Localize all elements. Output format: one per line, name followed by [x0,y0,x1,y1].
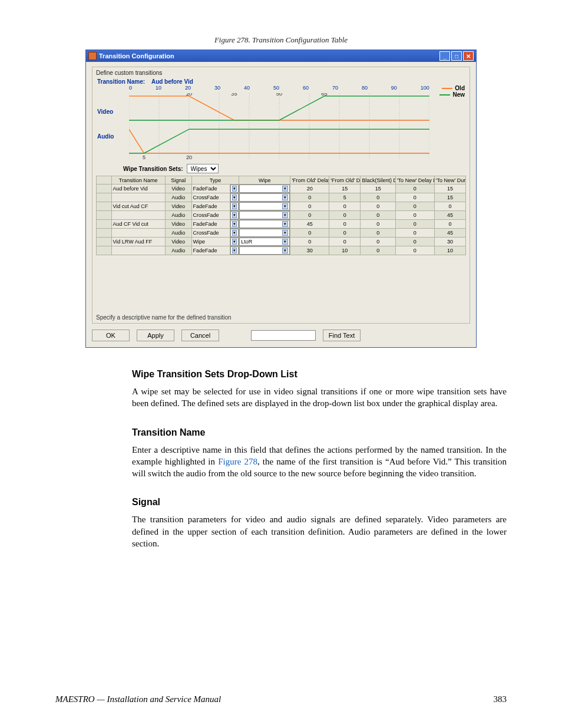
svg-text:50: 50 [276,93,282,97]
find-button[interactable]: Find Text [323,330,361,341]
table-row[interactable]: Vid cut Aud CFVideoFadeFade▾▾00000 [97,202,466,211]
type-dropdown[interactable]: ▾ [230,229,239,237]
cancel-button[interactable]: Cancel [181,330,219,341]
table-row[interactable]: Vid LRW Aud FFVideoWipe▾LtoR▾000030 [97,238,466,246]
wipe-dropdown[interactable]: ▾ [239,246,290,255]
type-dropdown[interactable]: ▾ [230,246,239,255]
footer-title: MAESTRO — Installation and Service Manua… [55,694,221,704]
maximize-icon[interactable]: □ [451,51,462,61]
table-row[interactable]: AudioCrossFade▾▾050015 [97,193,466,202]
type-dropdown[interactable]: ▾ [230,185,239,193]
figure-link[interactable]: Figure 278 [218,457,257,466]
svg-text:35: 35 [231,93,237,97]
transition-graph: 20 35 50 65 5 20 [129,93,429,159]
wipe-dropdown[interactable]: ▾ [239,185,290,193]
wipe-dropdown[interactable]: ▾ [239,220,290,228]
titlebar[interactable]: Transition Configuration _ □ ✕ [86,50,476,62]
transitions-table: Transition Name Signal Type Wipe 'From O… [96,176,466,255]
transition-name-value: Aud before Vid [151,78,193,85]
svg-text:20: 20 [186,93,192,97]
type-dropdown[interactable]: ▾ [230,202,239,210]
svg-text:20: 20 [186,154,192,159]
axis-top-ticks: 0102030405060708090100 [129,85,429,91]
panel-label: Define custom transitions [96,70,466,76]
type-dropdown[interactable]: ▾ [230,238,239,246]
transition-config-window: Transition Configuration _ □ ✕ Define cu… [85,50,477,348]
transition-name-label: Transition Name: [97,78,145,85]
type-dropdown[interactable]: ▾ [230,211,239,219]
body-text: The transition parameters for video and … [132,513,507,549]
section-heading: Signal [132,497,507,508]
hint-text: Specify a descriptive name for the defin… [96,314,466,321]
section-heading: Transition Name [132,427,507,438]
body-text: A wipe set may be selected for use in vi… [132,386,507,410]
type-dropdown[interactable]: ▾ [230,193,239,202]
app-icon [88,52,97,60]
legend-swatch-new [439,94,450,95]
table-row[interactable]: AudioCrossFade▾▾000045 [97,211,466,220]
close-icon[interactable]: ✕ [463,51,474,61]
wipe-dropdown[interactable]: ▾ [239,202,290,210]
type-dropdown[interactable]: ▾ [230,220,239,228]
audio-row-label: Audio [97,133,114,140]
video-row-label: Video [97,108,113,115]
ok-button[interactable]: OK [92,330,130,341]
wipe-dropdown[interactable]: LtoR▾ [239,238,290,246]
table-row[interactable]: AudioFadeFade▾▾30100010 [97,246,466,255]
svg-text:65: 65 [321,93,327,97]
table-row[interactable]: Aud CF Vid cutVideoFadeFade▾▾450000 [97,220,466,229]
wipe-dropdown[interactable]: ▾ [239,193,290,202]
table-row[interactable]: Aud before VidVideoFadeFade▾▾201515015 [97,185,466,193]
wipe-sets-label: Wipe Transition Sets: [123,166,183,172]
svg-text:5: 5 [143,154,146,159]
figure-caption: Figure 278. Transition Configuration Tab… [55,35,507,45]
wipe-dropdown[interactable]: ▾ [239,211,290,219]
legend-swatch-old [442,88,452,89]
table-header-row: Transition Name Signal Type Wipe 'From O… [97,176,466,185]
table-row[interactable]: AudioCrossFade▾▾000045 [97,229,466,238]
find-input[interactable] [251,330,316,341]
wipe-dropdown[interactable]: ▾ [239,229,290,237]
legend-new: New [452,91,465,98]
apply-button[interactable]: Apply [137,330,174,341]
body-text: Enter a descriptive name in this field t… [132,444,507,480]
legend-old: Old [455,85,465,91]
page-number: 383 [494,694,507,704]
section-heading: Wipe Transition Sets Drop-Down List [132,369,507,380]
window-title: Transition Configuration [99,52,174,60]
wipe-sets-select[interactable]: Wipes [187,164,219,173]
minimize-icon[interactable]: _ [439,51,450,61]
